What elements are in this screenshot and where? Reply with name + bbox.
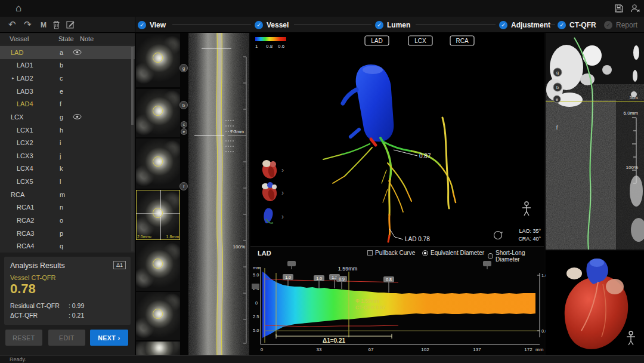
lumen-contour [153, 259, 163, 269]
heart-3d-view[interactable] [546, 251, 644, 355]
cross-section-thumbnail[interactable] [136, 292, 180, 340]
vessel-row-lcx4[interactable]: LCX4k [0, 162, 135, 176]
eye-icon[interactable] [73, 113, 82, 121]
tab-label: Vessel [267, 21, 289, 29]
branch-marker-e[interactable]: e [181, 128, 187, 135]
delta-qfr-value: : 0.21 [69, 312, 84, 319]
home-icon[interactable]: ⌂ [16, 2, 21, 14]
tab-vessel[interactable]: ✓Vessel [255, 17, 289, 33]
redo-icon[interactable]: ↷ [24, 19, 32, 30]
branch-marker-f[interactable]: f [179, 182, 188, 190]
vessel-row-rca1[interactable]: RCA1n [0, 201, 135, 214]
x-tick: 0 [261, 347, 264, 352]
save-icon[interactable] [614, 4, 624, 13]
vessel-row-lad1[interactable]: LAD1b [0, 59, 135, 72]
user-logout-icon[interactable] [630, 4, 640, 13]
cross-section-thumbnail-selected[interactable]: 2.0mm² 1.8mm [136, 190, 180, 240]
cross-section-thumbnail[interactable] [136, 342, 180, 355]
vessel-row-rca4[interactable]: RCA4q [0, 239, 135, 253]
vessel-name: LAD3 [17, 88, 33, 95]
stenosis-qfr-label: 0.87 [419, 153, 431, 159]
vessel-state: m [60, 191, 65, 198]
x-tick: 33 [317, 347, 322, 352]
branch-marker-c[interactable]: c [181, 121, 187, 128]
svg-text:0.8: 0.8 [386, 278, 392, 282]
diameter-chart[interactable]: mm 5.0 2.5 0 2.5 5.0 1.59mm 1.0 [250, 260, 549, 356]
heart-3d-render [546, 251, 644, 355]
next-button[interactable]: NEXT › [90, 330, 128, 346]
branch-marker-b[interactable]: b [179, 101, 188, 109]
check-icon: ✓ [375, 21, 383, 29]
pullback-curve-checkbox[interactable]: Pullback Curve [367, 250, 415, 256]
vessel-row-rca3[interactable]: RCA3p [0, 227, 135, 240]
check-icon: ✓ [558, 21, 566, 29]
radio-on-icon [422, 250, 428, 256]
vessel-row-lcx2[interactable]: LCX2i [0, 136, 135, 149]
chart-vessel-label: LAD [258, 250, 271, 257]
vessel-name: RCA4 [17, 242, 34, 250]
vessel-state: e [60, 88, 63, 95]
lesion-pin-tabs[interactable] [287, 261, 491, 269]
vessel-row-lad2[interactable]: ▸LAD2c [0, 72, 135, 85]
delete-icon[interactable] [52, 20, 60, 29]
undo-icon[interactable]: ↶ [8, 19, 16, 30]
chart-header: LAD Pullback Curve Equivalent Diameter S… [250, 247, 544, 260]
vessel-list: LAD a LAD1b ▸LAD2c LAD3e LAD4f LCX g LCX… [0, 46, 135, 253]
tab-label: Adjustment [511, 21, 550, 29]
vessel-state: f [60, 100, 61, 107]
tab-adjustment[interactable]: ✓Adjustment [499, 17, 550, 33]
vessel-row-lcx3[interactable]: LCX3j [0, 149, 135, 162]
edit-note-icon[interactable] [66, 20, 75, 29]
vessel-row-lad4[interactable]: LAD4f [0, 98, 135, 111]
current-marker-icon: ▸ [12, 76, 14, 81]
cross-section-thumbnail[interactable] [136, 241, 180, 291]
delta-qfr-label: ΔCT-QFR [10, 312, 38, 319]
vessel-state: q [60, 242, 63, 250]
vessel-name: LCX1 [17, 127, 33, 134]
straightened-cpr-view[interactable]: 7.3mm 100% [188, 33, 249, 355]
status-bar: Ready. [0, 355, 644, 363]
radio-off-icon [488, 253, 493, 259]
tab-report[interactable]: ✓Report [604, 17, 637, 33]
y-tick: 0 [255, 300, 258, 306]
tab-lumen[interactable]: ✓Lumen [375, 17, 410, 33]
x-tick: 67 [369, 347, 374, 352]
tab-view[interactable]: ✓View [138, 17, 166, 33]
eye-icon[interactable] [73, 49, 82, 56]
vessel-row-rca2[interactable]: RCA2o [0, 214, 135, 227]
coronary-3d-view[interactable]: 1 0.8 0.6 LAD LCX RCA [250, 33, 544, 246]
axis-marker-tab[interactable] [252, 284, 259, 289]
mld-value-label: 1.59mm [338, 266, 358, 272]
cpr-zoom-label: 100% [233, 244, 245, 250]
reset-button[interactable]: RESET [5, 330, 42, 346]
edit-button[interactable]: EDIT [48, 330, 85, 346]
branch-marker-g[interactable]: g [179, 64, 188, 72]
cross-section-thumbnail[interactable] [136, 89, 180, 137]
equivalent-diameter-label: Equivalent Diameter [431, 250, 484, 256]
vessel-row-lad[interactable]: LAD a [0, 46, 135, 59]
curved-mpr-view[interactable]: g b e f 5cm 6.0mm 100% [546, 33, 644, 250]
tab-ct-qfr[interactable]: ✓CT-QFR [558, 17, 596, 33]
svg-text:1.0: 1.0 [285, 275, 291, 279]
equivalent-diameter-radio[interactable]: Equivalent Diameter [422, 250, 484, 256]
cross-section-thumbnail[interactable] [136, 139, 180, 189]
vessel-qfr-label: Vessel CT-QFR [10, 274, 55, 281]
pullback-curve-label: Pullback Curve [375, 250, 415, 256]
measure-icon[interactable]: M [41, 21, 47, 29]
colorbar-tick-1: 1 [255, 44, 258, 49]
vessel-row-lcx[interactable]: LCX g [0, 110, 135, 124]
vessel-name: LCX2 [17, 139, 33, 146]
vessel-row-lad3[interactable]: LAD3e [0, 85, 135, 98]
vessel-row-rca[interactable]: RCAm [0, 188, 135, 201]
tab-label: Report [616, 21, 637, 29]
vessel-list-scrollbar[interactable] [131, 47, 134, 251]
svg-text:LCX: LCX [414, 38, 426, 44]
cross-section-thumbnail[interactable] [136, 33, 180, 87]
vessel-row-lcx5[interactable]: LCX5l [0, 175, 135, 188]
vessel-state: l [60, 178, 61, 185]
title-bar: ⌂ [0, 0, 644, 17]
vessel-row-lcx1[interactable]: LCX1h [0, 124, 135, 137]
lumen-diameter-value: 1.8mm [166, 235, 179, 239]
y-tick: 2.5 [253, 314, 259, 319]
residual-qfr-value: : 0.99 [69, 302, 84, 309]
